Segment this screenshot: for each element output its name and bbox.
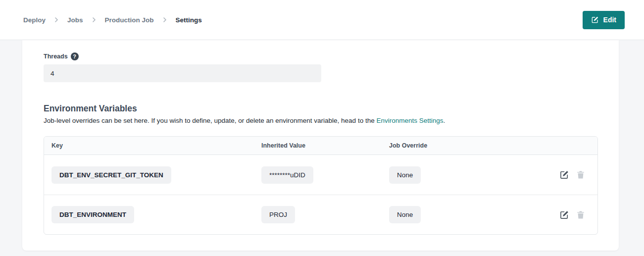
edit-button-label: Edit — [603, 16, 616, 24]
edit-row-button[interactable] — [559, 210, 569, 220]
env-var-job-override-pill: None — [389, 206, 421, 223]
row-actions — [559, 210, 590, 220]
chevron-right-icon — [162, 17, 167, 22]
pencil-square-icon — [591, 16, 599, 24]
breadcrumb-item-jobs[interactable]: Jobs — [67, 16, 83, 24]
description-period: . — [444, 117, 446, 124]
env-var-inherited-value-pill: ********uDID — [261, 166, 313, 184]
section-description: Job-level overrides can be set here. If … — [44, 116, 598, 125]
env-var-table-row: DBT_ENVIRONMENT PROJ None — [44, 195, 597, 234]
threads-input[interactable]: 4 — [44, 64, 321, 82]
row-actions — [559, 170, 590, 180]
breadcrumb-item-settings: Settings — [176, 16, 202, 24]
env-var-table-row: DBT_ENV_SECRET_GIT_TOKEN ********uDID No… — [44, 155, 597, 195]
environments-settings-link[interactable]: Environments Settings — [376, 117, 443, 124]
threads-field: Threads ? 4 — [44, 52, 598, 82]
column-header-inherited-value: Inherited Value — [261, 142, 389, 149]
section-title: Environment Variables — [44, 103, 598, 114]
trash-icon — [576, 170, 586, 180]
job-override-cell: None — [389, 166, 559, 184]
env-var-table-body: DBT_ENV_SECRET_GIT_TOKEN ********uDID No… — [44, 155, 597, 234]
question-circle-icon[interactable]: ? — [71, 52, 79, 60]
environment-variables-section: Environment Variables Job-level override… — [44, 103, 598, 235]
delete-row-button[interactable] — [576, 210, 586, 220]
pencil-square-icon — [559, 210, 569, 220]
breadcrumb: Deploy Jobs Production Job Settings — [23, 16, 202, 24]
key-cell: DBT_ENV_SECRET_GIT_TOKEN — [51, 166, 261, 184]
question-glyph: ? — [73, 54, 76, 59]
inherited-value-cell: ********uDID — [261, 166, 389, 184]
settings-card: Threads ? 4 Environment Variables Job-le… — [22, 40, 619, 251]
breadcrumb-item-deploy[interactable]: Deploy — [23, 16, 46, 24]
description-text: Job-level overrides can be set here. If … — [44, 117, 376, 124]
env-var-table: Key Inherited Value Job Override DBT_ENV… — [44, 136, 598, 235]
chevron-right-icon — [54, 17, 59, 22]
job-override-cell: None — [389, 206, 559, 223]
edit-button[interactable]: Edit — [583, 11, 625, 29]
chevron-right-icon — [92, 17, 97, 22]
env-var-inherited-value-pill: PROJ — [261, 206, 295, 223]
column-header-key: Key — [51, 142, 261, 149]
env-var-key-pill: DBT_ENV_SECRET_GIT_TOKEN — [51, 166, 171, 184]
env-var-key-pill: DBT_ENVIRONMENT — [51, 206, 134, 223]
page-header: Deploy Jobs Production Job Settings Edit — [0, 0, 644, 40]
delete-row-button[interactable] — [576, 170, 586, 180]
column-header-job-override: Job Override — [389, 142, 590, 149]
env-var-table-header: Key Inherited Value Job Override — [44, 137, 597, 155]
key-cell: DBT_ENVIRONMENT — [51, 206, 261, 223]
pencil-square-icon — [559, 170, 569, 180]
threads-label: Threads — [44, 53, 68, 60]
breadcrumb-item-production-job[interactable]: Production Job — [105, 16, 154, 24]
edit-row-button[interactable] — [559, 170, 569, 180]
env-var-job-override-pill: None — [389, 166, 421, 184]
trash-icon — [576, 210, 586, 220]
inherited-value-cell: PROJ — [261, 206, 389, 223]
